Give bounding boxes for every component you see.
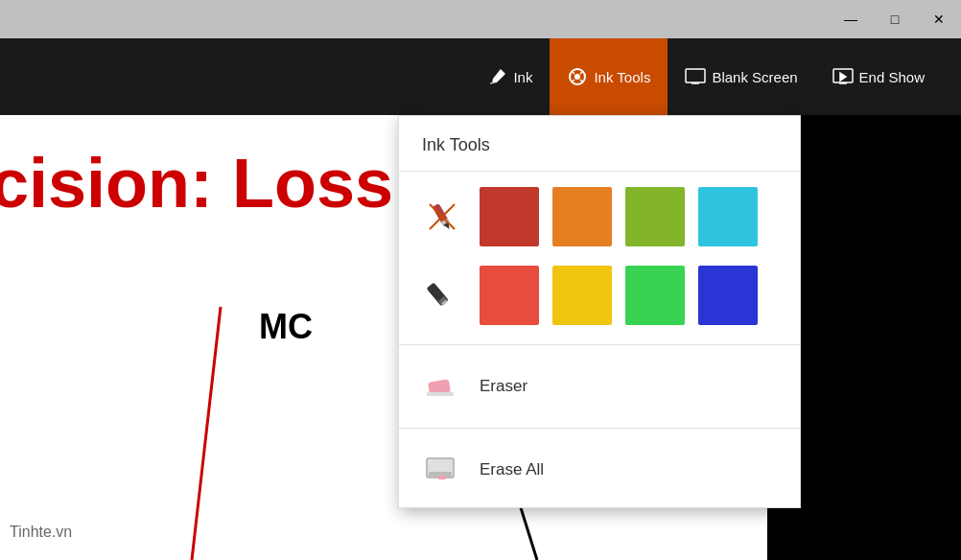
separator-2 bbox=[399, 428, 800, 429]
toolbar: Ink Ink Tools Blank Screen bbox=[0, 38, 961, 115]
minimize-button[interactable]: — bbox=[829, 0, 873, 38]
eraser-icon-container bbox=[418, 362, 466, 410]
window-controls: — □ ✕ bbox=[829, 0, 961, 38]
eraser-label: Eraser bbox=[480, 377, 527, 396]
highlighter-color-lime[interactable] bbox=[625, 266, 685, 325]
maximize-button[interactable]: □ bbox=[873, 0, 917, 38]
end-show-button[interactable]: End Show bbox=[815, 38, 942, 115]
pen-color-green[interactable] bbox=[625, 187, 685, 246]
ink-tools-dropdown: Ink Tools bbox=[398, 115, 801, 508]
watermark: Tinhte.vn bbox=[10, 524, 72, 541]
svg-point-1 bbox=[574, 74, 580, 80]
end-show-label: End Show bbox=[859, 69, 925, 85]
svg-rect-16 bbox=[438, 476, 446, 479]
ink-label: Ink bbox=[513, 69, 532, 85]
ink-tools-button[interactable]: Ink Tools bbox=[550, 38, 668, 115]
highlighter-row bbox=[399, 262, 800, 340]
dropdown-title: Ink Tools bbox=[399, 116, 800, 172]
erase-all-icon-container bbox=[418, 446, 466, 494]
highlighter-icon-container[interactable] bbox=[418, 271, 466, 319]
ink-button[interactable]: Ink bbox=[471, 38, 550, 115]
title-bar: — □ ✕ bbox=[0, 0, 961, 38]
highlighter-color-yellow[interactable] bbox=[552, 266, 612, 325]
ink-icon bbox=[488, 67, 507, 86]
pen-icon-container[interactable] bbox=[418, 193, 466, 241]
pen-color-cyan[interactable] bbox=[698, 187, 758, 246]
end-show-icon bbox=[832, 68, 854, 85]
pen-row bbox=[399, 172, 800, 262]
eraser-row[interactable]: Eraser bbox=[399, 349, 800, 424]
ink-tools-label: Ink Tools bbox=[594, 69, 650, 85]
blank-screen-button[interactable]: Blank Screen bbox=[668, 38, 814, 115]
pen-color-orange[interactable] bbox=[552, 187, 612, 246]
blank-screen-icon bbox=[685, 68, 706, 85]
erase-all-label: Erase All bbox=[480, 460, 544, 479]
pen-color-darkred[interactable] bbox=[480, 187, 539, 246]
blank-screen-label: Blank Screen bbox=[712, 69, 797, 85]
svg-rect-13 bbox=[427, 392, 454, 396]
highlighter-color-blue[interactable] bbox=[698, 266, 758, 325]
erase-all-row[interactable]: Erase All bbox=[399, 432, 800, 507]
svg-rect-2 bbox=[686, 69, 705, 82]
close-button[interactable]: ✕ bbox=[917, 0, 961, 38]
ink-tools-icon bbox=[567, 66, 588, 87]
separator-1 bbox=[399, 344, 800, 345]
highlighter-color-red[interactable] bbox=[480, 266, 539, 325]
